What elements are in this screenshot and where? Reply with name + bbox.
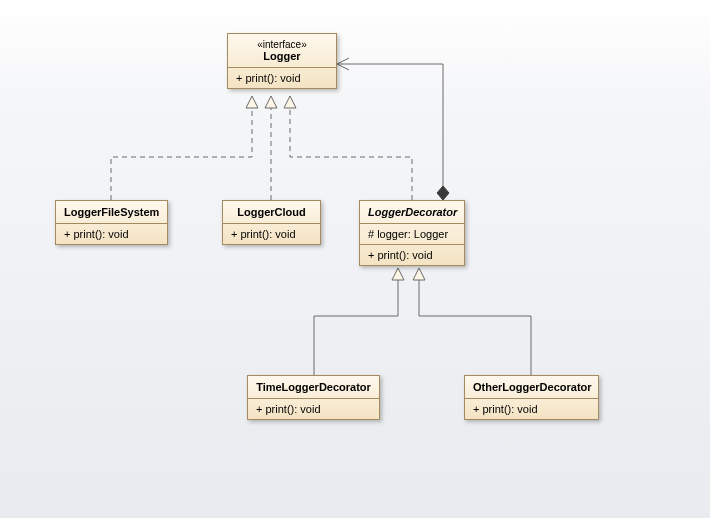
class-name: LoggerCloud [237, 206, 305, 218]
svg-marker-2 [284, 96, 296, 108]
class-header: LoggerDecorator [360, 201, 464, 224]
uml-class-logger-file-system: LoggerFileSystem + print(): void [55, 200, 168, 245]
class-header: TimeLoggerDecorator [248, 376, 379, 399]
svg-marker-4 [392, 268, 404, 280]
class-header: LoggerFileSystem [56, 201, 167, 224]
methods-section: + print(): void [228, 68, 336, 88]
class-header: LoggerCloud [223, 201, 320, 224]
method: + print(): void [256, 403, 371, 415]
class-name: LoggerFileSystem [64, 206, 159, 218]
svg-marker-1 [265, 96, 277, 108]
methods-section: + print(): void [56, 224, 167, 244]
method: + print(): void [368, 249, 456, 261]
attributes-section: # logger: Logger [360, 224, 464, 245]
uml-connectors [0, 0, 710, 518]
method: + print(): void [473, 403, 590, 415]
uml-class-time-logger-decorator: TimeLoggerDecorator + print(): void [247, 375, 380, 420]
svg-marker-5 [413, 268, 425, 280]
methods-section: + print(): void [248, 399, 379, 419]
uml-class-other-logger-decorator: OtherLoggerDecorator + print(): void [464, 375, 599, 420]
uml-class-logger: «interface» Logger + print(): void [227, 33, 337, 89]
stereotype-label: «interface» [236, 39, 328, 50]
class-header: «interface» Logger [228, 34, 336, 68]
class-header: OtherLoggerDecorator [465, 376, 598, 399]
methods-section: + print(): void [223, 224, 320, 244]
methods-section: + print(): void [465, 399, 598, 419]
method: + print(): void [231, 228, 312, 240]
class-name: Logger [263, 50, 300, 62]
svg-marker-0 [246, 96, 258, 108]
uml-class-logger-decorator: LoggerDecorator # logger: Logger + print… [359, 200, 465, 266]
methods-section: + print(): void [360, 245, 464, 265]
svg-marker-3 [437, 186, 449, 200]
attribute: # logger: Logger [368, 228, 456, 240]
class-name: LoggerDecorator [368, 206, 457, 218]
method: + print(): void [64, 228, 159, 240]
class-name: OtherLoggerDecorator [473, 381, 592, 393]
class-name: TimeLoggerDecorator [256, 381, 371, 393]
uml-class-logger-cloud: LoggerCloud + print(): void [222, 200, 321, 245]
method: + print(): void [236, 72, 328, 84]
